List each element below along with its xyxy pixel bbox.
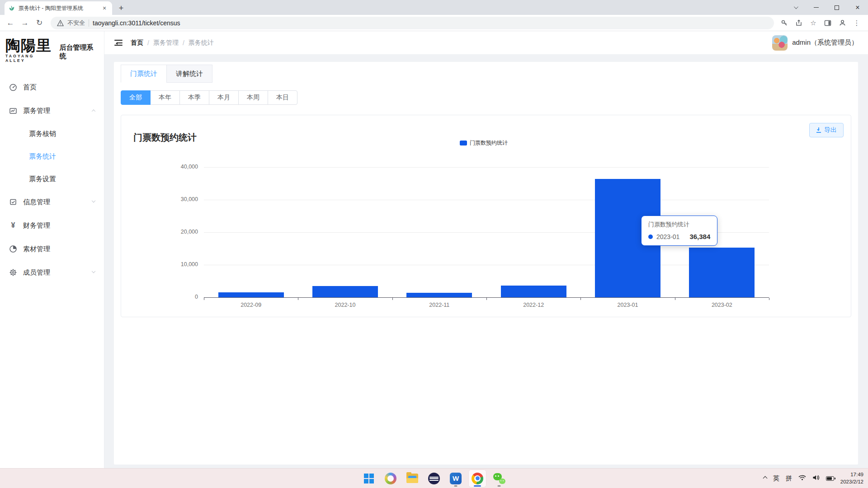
- filter-today[interactable]: 本日: [268, 90, 297, 105]
- sidebar-item-label: 信息管理: [23, 198, 50, 206]
- sidebar-item-ticket-verification[interactable]: 票务核销: [0, 122, 104, 145]
- chart-card: 导出 门票数预约统计 门票数预约统计 40,00030,00020,00010,…: [121, 115, 851, 317]
- tab-label: 门票统计: [130, 70, 157, 78]
- x-axis-label: 2022-10: [298, 302, 392, 308]
- gridline: [204, 167, 769, 168]
- share-icon[interactable]: [794, 18, 804, 28]
- password-key-icon[interactable]: [779, 18, 789, 28]
- check-square-icon: [9, 198, 17, 206]
- ime-lang-en[interactable]: 英: [773, 474, 779, 483]
- browser-menu-dots-icon[interactable]: ⋮: [852, 18, 862, 28]
- ime-lang-pinyin[interactable]: 拼: [786, 474, 792, 483]
- chevron-down-icon: [92, 199, 95, 202]
- taskbar-wechat-icon[interactable]: [490, 469, 508, 488]
- gear-icon: [9, 268, 17, 277]
- x-axis-label: 2022-12: [486, 302, 580, 308]
- forward-icon[interactable]: →: [19, 17, 31, 29]
- sidebar-fold-icon[interactable]: [114, 40, 123, 46]
- sidebar-item-asset-management[interactable]: 素材管理: [0, 237, 104, 261]
- x-axis-label: 2023-01: [580, 302, 675, 308]
- window-chevron-icon[interactable]: [785, 0, 806, 15]
- taskbar-eclipse-icon[interactable]: [425, 469, 443, 488]
- tab-guide-statistics[interactable]: 讲解统计: [166, 65, 212, 83]
- app-frame: 陶陽里 TAOYANG ALLEY 后台管理系统 首页 票务管理: [0, 31, 868, 468]
- window-close-button[interactable]: ×: [847, 0, 868, 15]
- tray-show-hidden-icon[interactable]: [763, 476, 767, 481]
- filter-this-month[interactable]: 本月: [209, 90, 239, 105]
- breadcrumb-separator: /: [147, 39, 149, 47]
- new-tab-button[interactable]: +: [115, 2, 127, 14]
- user-menu[interactable]: admin（系统管理员）: [772, 35, 858, 51]
- logo-subtitle: TAOYANG ALLEY: [5, 54, 56, 63]
- sidebar-item-label: 素材管理: [23, 245, 50, 253]
- ticket-icon: [9, 107, 17, 115]
- wifi-icon[interactable]: [798, 474, 806, 482]
- yen-icon: ¥: [9, 221, 17, 230]
- chevron-up-icon: [92, 110, 95, 113]
- sidebar-item-finance-management[interactable]: ¥ 财务管理: [0, 214, 104, 237]
- sidebar-item-ticket-management[interactable]: 票务管理: [0, 99, 104, 122]
- taskbar-clock[interactable]: 17:49 2023/2/12: [840, 471, 863, 485]
- sidebar-item-label: 票务管理: [23, 107, 50, 115]
- sidebar-item-ticket-settings[interactable]: 票务设置: [0, 168, 104, 190]
- y-axis-tick-label: 40,000: [157, 164, 198, 170]
- sidebar-item-label: 首页: [23, 83, 37, 92]
- address-bar[interactable]: 不安全 taoyangli.cn:3011/ticket/census: [51, 17, 774, 29]
- taskbar-word-icon[interactable]: W: [447, 469, 465, 488]
- sidebar-item-info-management[interactable]: 信息管理: [0, 190, 104, 214]
- battery-icon[interactable]: [826, 476, 834, 481]
- breadcrumb-home[interactable]: 首页: [131, 39, 143, 47]
- sidebar-item-ticket-statistics[interactable]: 票务统计: [0, 145, 104, 168]
- chevron-down-icon: [92, 269, 95, 273]
- browser-tabstrip: 票务统计 - 陶阳里管理系统 × + ×: [0, 0, 868, 15]
- tooltip-category: 2023-01: [656, 233, 679, 240]
- taskbar-navicat-icon[interactable]: [382, 469, 400, 488]
- bar-2022-11[interactable]: [406, 293, 472, 297]
- volume-icon[interactable]: [812, 474, 820, 482]
- bar-2022-12[interactable]: [501, 286, 566, 297]
- browser-tab-title: 票务统计 - 陶阳里管理系统: [19, 5, 97, 12]
- taskbar-date: 2023/2/12: [840, 479, 863, 486]
- dashboard-icon: [9, 83, 17, 91]
- breadcrumb-separator: /: [183, 39, 184, 47]
- logo-calligraphy: 陶陽里: [5, 38, 56, 52]
- filter-this-year[interactable]: 本年: [150, 90, 180, 105]
- url-divider: [89, 19, 89, 27]
- y-axis-tick-label: 30,000: [157, 196, 198, 202]
- reload-icon[interactable]: ↻: [33, 17, 45, 29]
- tooltip-series-dot: [648, 235, 653, 239]
- sidebar-item-label: 票务设置: [29, 175, 56, 183]
- tab-close-icon[interactable]: ×: [101, 5, 108, 12]
- sidebar-item-home[interactable]: 首页: [0, 75, 104, 99]
- asset-circle-icon: [9, 245, 17, 253]
- bookmark-star-icon[interactable]: ☆: [808, 18, 818, 28]
- breadcrumb-ticket-statistics: 票务统计: [189, 39, 214, 47]
- bar-2023-02[interactable]: [689, 248, 755, 297]
- bar-2022-09[interactable]: [218, 292, 284, 297]
- browser-tab[interactable]: 票务统计 - 陶阳里管理系统 ×: [5, 1, 112, 15]
- taskbar-file-explorer-icon[interactable]: [403, 469, 421, 488]
- filter-this-quarter[interactable]: 本季: [179, 90, 209, 105]
- breadcrumb: 首页 / 票务管理 / 票务统计: [131, 39, 214, 47]
- tabs: 门票统计 讲解统计: [121, 65, 851, 83]
- filter-this-week[interactable]: 本周: [238, 90, 268, 105]
- sidebar-item-member-management[interactable]: 成员管理: [0, 261, 104, 284]
- window-maximize-button[interactable]: [826, 0, 847, 15]
- taskbar-chrome-icon[interactable]: [468, 469, 486, 488]
- browser-toolbar: ← → ↻ 不安全 taoyangli.cn:3011/ticket/censu…: [0, 15, 868, 31]
- taskbar-windows-icon[interactable]: [360, 469, 378, 488]
- filter-all[interactable]: 全部: [121, 90, 151, 105]
- taskbar-time: 17:49: [850, 471, 863, 479]
- profile-icon[interactable]: [837, 18, 847, 28]
- tab-ticket-statistics[interactable]: 门票统计: [121, 65, 167, 83]
- x-axis-label: 2022-09: [204, 302, 298, 308]
- bar-2022-10[interactable]: [312, 286, 378, 297]
- side-panel-icon[interactable]: [823, 18, 833, 28]
- bar-chart-plot: 40,00030,00020,00010,00002022-092022-102…: [121, 115, 851, 317]
- back-icon[interactable]: ←: [5, 17, 16, 29]
- breadcrumb-ticket-management[interactable]: 票务管理: [153, 39, 179, 47]
- security-label: 不安全: [67, 19, 85, 27]
- window-minimize-button[interactable]: [806, 0, 826, 15]
- sidebar-item-label: 财务管理: [23, 221, 50, 230]
- not-secure-warning-icon: [57, 20, 64, 26]
